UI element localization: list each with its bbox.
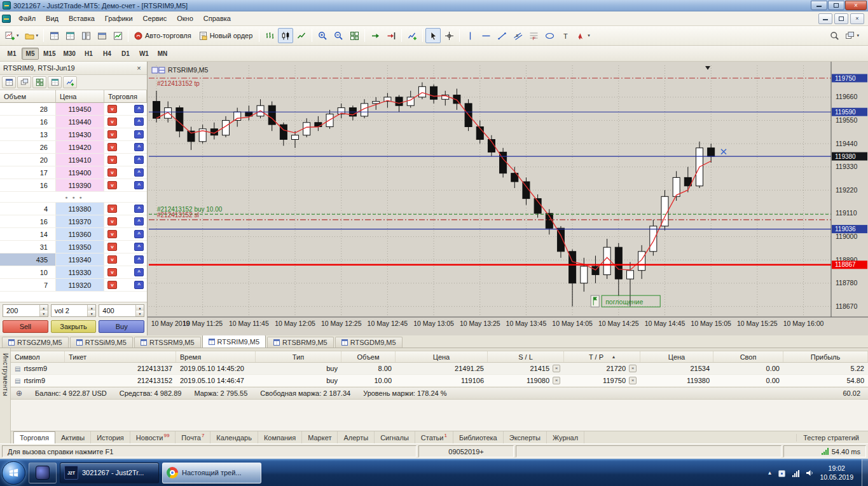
quick-buy-button[interactable]: ^ <box>134 255 144 264</box>
arrows-button[interactable]: ▾ <box>574 28 593 43</box>
clear-level-icon[interactable]: × <box>629 377 637 384</box>
depth-col-trade[interactable]: Торговля <box>104 90 147 103</box>
stepper-down-icon[interactable]: ▼ <box>136 311 144 316</box>
show-desktop-button[interactable] <box>862 459 868 486</box>
taskbar-window-chrome[interactable]: Настоящий трей... <box>162 462 261 483</box>
toolbox-tab-Статьи[interactable]: Статьи1 <box>415 431 453 443</box>
timeframe-H4[interactable]: H4 <box>99 48 116 60</box>
new-chart-button[interactable]: ▾ <box>3 28 22 43</box>
taskbar-window-j2t[interactable]: J2T3021267 - Just2Tr... <box>60 462 159 483</box>
depth-close-icon[interactable]: × <box>134 64 144 72</box>
toolbox-tab-Активы[interactable]: Активы <box>55 431 91 443</box>
depth-price-cell[interactable]: 119340 <box>56 253 104 266</box>
network-icon[interactable] <box>792 469 800 477</box>
chart-tab-RTSGZM9,M5[interactable]: RTSGZM9,M5 <box>2 337 69 348</box>
position-row[interactable]: ▤rtssrm92124131372019.05.10 14:45:20buy8… <box>11 363 868 375</box>
quick-sell-button[interactable]: v <box>107 255 117 264</box>
quick-sell-button[interactable]: v <box>107 243 117 251</box>
chart-tab-RTSSiM9,M5[interactable]: RTSSiM9,M5 <box>70 337 133 348</box>
depth-col-volume[interactable]: Объем <box>0 90 56 103</box>
depth-price-cell[interactable]: 119380 <box>56 203 104 215</box>
timeframe-W1[interactable]: W1 <box>135 48 153 60</box>
quick-sell-button[interactable]: v <box>107 205 117 213</box>
clear-level-icon[interactable]: × <box>629 365 637 372</box>
menu-item-Вставка[interactable]: Вставка <box>64 13 100 24</box>
toolbox-tab-Почта[interactable]: Почта7 <box>176 431 210 443</box>
trade-col-6[interactable]: S / L <box>488 351 564 362</box>
tools-vertical-tab[interactable]: Инструменты <box>0 348 11 443</box>
quick-buy-button[interactable]: ^ <box>134 205 144 213</box>
navigator-button[interactable] <box>78 28 93 43</box>
quick-sell-button[interactable]: v <box>107 105 117 113</box>
trade-col-10[interactable]: Прибыль <box>783 351 868 362</box>
volume-stepper[interactable]: vol 2 ▲▼ <box>51 304 97 317</box>
close-button[interactable]: × <box>845 1 867 10</box>
quick-buy-button[interactable]: ^ <box>134 268 144 276</box>
timeframe-M5[interactable]: M5 <box>22 48 39 60</box>
price-chart[interactable]: 10 May 201910 May 11:2510 May 11:4510 Ma… <box>148 62 868 335</box>
menu-item-Файл[interactable]: Файл <box>13 13 41 24</box>
quick-buy-button[interactable]: ^ <box>134 156 144 164</box>
candles-chart-button[interactable] <box>278 28 293 43</box>
shapes-button[interactable] <box>542 28 557 43</box>
crosshair-button[interactable] <box>441 28 457 43</box>
indicators-button[interactable] <box>404 28 420 43</box>
timeframe-D1[interactable]: D1 <box>117 48 134 60</box>
trade-col-2[interactable]: Время <box>176 351 256 362</box>
dom-quotes-button[interactable] <box>2 76 16 88</box>
toolbox-tab-Календарь[interactable]: Календарь <box>210 431 258 443</box>
depth-price-cell[interactable]: 119440 <box>56 116 104 128</box>
dom-settings-button[interactable] <box>63 76 77 88</box>
quick-buy-button[interactable]: ^ <box>134 118 144 126</box>
dom-spread-button[interactable] <box>32 76 46 88</box>
text-label-button[interactable]: T <box>558 28 573 43</box>
stepper-up-icon[interactable]: ▲ <box>136 305 144 311</box>
timeframe-M1[interactable]: M1 <box>3 48 20 60</box>
status-connection[interactable]: 54.40 ms <box>783 445 866 457</box>
depth-price-cell[interactable]: 119400 <box>56 166 104 179</box>
quick-sell-button[interactable]: v <box>107 143 117 151</box>
toolbox-tab-История[interactable]: История <box>91 431 130 443</box>
menu-item-Вид[interactable]: Вид <box>41 13 64 24</box>
stepper-down-icon[interactable]: ▼ <box>88 311 95 316</box>
toolbox-tab-Компания[interactable]: Компания <box>258 431 302 443</box>
depth-price-cell[interactable]: 119320 <box>56 279 104 291</box>
quick-sell-button[interactable]: v <box>107 156 117 164</box>
timeframe-MN[interactable]: MN <box>154 48 171 60</box>
child-minimize-button[interactable] <box>818 13 832 24</box>
trade-col-9[interactable]: Своп <box>713 351 783 362</box>
depth-price-cell[interactable]: 119420 <box>56 141 104 153</box>
close-position-button[interactable]: Закрыть <box>51 320 97 333</box>
volume-icon[interactable] <box>806 469 814 477</box>
quick-buy-button[interactable]: ^ <box>134 168 144 177</box>
menu-item-Справка[interactable]: Справка <box>198 13 236 24</box>
line-chart-button[interactable] <box>294 28 309 43</box>
quick-buy-button[interactable]: ^ <box>134 243 144 251</box>
sl-points-stepper[interactable]: 200 ▲▼ <box>3 304 48 317</box>
toolbox-tab-Маркет[interactable]: Маркет <box>302 431 338 443</box>
clear-level-icon[interactable]: × <box>553 377 560 384</box>
depth-col-price[interactable]: Цена <box>56 90 104 103</box>
timeframe-H1[interactable]: H1 <box>80 48 97 60</box>
quick-buy-button[interactable]: ^ <box>134 181 144 189</box>
profiles-button[interactable]: ▾ <box>22 28 41 43</box>
summary-expand-icon[interactable]: ⊕ <box>16 389 22 398</box>
depth-price-cell[interactable]: 119430 <box>56 128 104 140</box>
auto-trading-button[interactable]: Авто-торговля <box>131 28 195 43</box>
trade-col-7[interactable]: T / P▴ <box>564 351 640 362</box>
zoom-out-button[interactable] <box>331 28 346 43</box>
trade-col-1[interactable]: Тикет <box>65 351 176 362</box>
chart-shift-button[interactable] <box>383 28 399 43</box>
menu-item-Графики[interactable]: Графики <box>100 13 138 24</box>
equidistant-channel-button[interactable]: E <box>510 28 525 43</box>
menu-item-Сервис[interactable]: Сервис <box>138 13 172 24</box>
stepper-up-icon[interactable]: ▲ <box>88 305 95 311</box>
chart-tab-RTSRIM9,M5[interactable]: RTSRIM9,M5 <box>202 335 266 348</box>
depth-price-cell[interactable]: 119370 <box>56 215 104 227</box>
bars-chart-button[interactable] <box>262 28 277 43</box>
trade-col-3[interactable]: Тип <box>256 351 341 362</box>
stepper-up-icon[interactable]: ▲ <box>40 305 48 311</box>
toolbox-tab-Новости[interactable]: Новости99 <box>130 431 176 443</box>
quick-buy-button[interactable]: ^ <box>134 143 144 151</box>
trade-col-8[interactable]: Цена <box>640 351 713 362</box>
